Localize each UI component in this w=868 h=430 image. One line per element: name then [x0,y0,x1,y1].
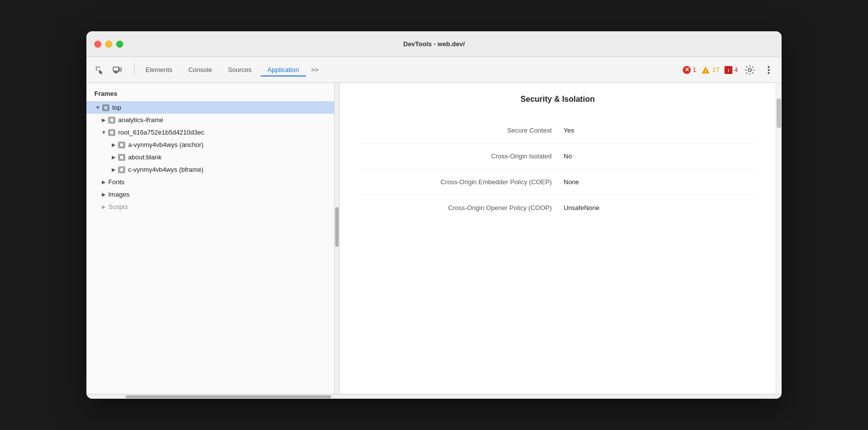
svg-text:!: ! [727,68,729,73]
title-bar: DevTools - web.dev/ [86,31,782,57]
svg-rect-30 [120,168,124,172]
svg-point-18 [768,72,770,74]
close-button[interactable] [94,41,101,48]
info-icon: ! [724,66,732,74]
warning-count: 17 [712,66,719,73]
frame-icon-top [102,104,109,111]
tree-item-top[interactable]: top [86,101,334,114]
settings-button[interactable] [743,63,757,77]
chevron-top [94,105,101,110]
toolbar-divider [134,63,135,77]
more-options-button[interactable] [762,63,776,77]
svg-point-16 [768,66,770,68]
info-row-coop: Cross-Origin Opener Policy (COOP) Unsafe… [360,195,756,220]
warning-icon: ! [701,66,710,74]
tree-label-analytics: analytics-iframe [118,116,163,124]
frame-icon-analytics [108,117,115,124]
error-badge[interactable]: ✕ 1 [683,66,696,74]
right-panel: Security & Isolation Secure Context Yes … [340,83,776,394]
svg-text:!: ! [705,69,707,73]
left-panel-scrollbar[interactable] [335,83,340,394]
cursor-tool-button[interactable] [92,63,106,77]
chevron-fonts [100,179,107,185]
tree-label-root: root_616a752e1b5d4210d3ec [118,129,205,136]
chevron-about-blank [110,154,117,160]
tree-item-fonts[interactable]: Fonts [86,176,334,188]
chevron-scripts [100,204,107,210]
info-badge[interactable]: ! 4 [724,66,738,74]
bottom-scrollbar[interactable] [86,394,782,399]
tree-label-images: Images [108,191,130,198]
svg-rect-4 [96,70,97,71]
right-scrollbar-thumb [777,98,781,128]
scrollbar-thumb [335,207,339,247]
svg-rect-2 [99,67,100,68]
device-tool-button[interactable] [110,63,124,77]
tab-elements[interactable]: Elements [139,63,179,76]
h-scrollbar-thumb [126,395,331,398]
chevron-root [100,130,107,135]
tree-item-about-blank[interactable]: about:blank [86,151,334,163]
info-row-cross-origin-isolated: Cross-Origin Isolated No [360,143,756,169]
toolbar: Elements Console Sources Application >> … [86,57,782,83]
minimize-button[interactable] [105,41,112,48]
tree-label-a-vynmy: a-vynmy4vb4wys (anchor) [128,141,204,148]
tree-label-fonts: Fonts [108,178,125,186]
svg-rect-24 [110,131,114,135]
tree-item-a-vynmy[interactable]: a-vynmy4vb4wys (anchor) [86,139,334,151]
toolbar-tool-icons [92,63,124,77]
tree-label-top: top [112,104,121,111]
window-title: DevTools - web.dev/ [403,40,465,48]
info-value-coop: UnsafeNone [564,204,756,212]
svg-rect-6 [119,68,121,71]
tree-label-c-vynmy: c-vynmy4vb4wys (bframe) [128,166,204,173]
tree-item-c-vynmy[interactable]: c-vynmy4vb4wys (bframe) [86,163,334,176]
svg-rect-28 [120,155,124,159]
main-content: Frames top [86,83,782,394]
tab-sources[interactable]: Sources [221,63,259,76]
info-value-coep: None [564,178,756,186]
frames-section-title: Frames [86,83,334,101]
chevron-images [100,192,107,197]
error-count: 1 [693,66,696,73]
devtools-window: DevTools - web.dev/ [86,31,782,399]
svg-rect-5 [113,67,119,71]
svg-rect-3 [96,68,97,69]
frame-icon-a-vynmy [118,142,125,148]
maximize-button[interactable] [116,41,123,48]
info-row-secure-context: Secure Context Yes [360,118,756,143]
svg-point-17 [768,69,770,71]
security-section-heading: Security & Isolation [360,95,756,104]
info-value-cross-origin-isolated: No [564,152,756,160]
tab-application[interactable]: Application [261,63,306,76]
svg-rect-20 [104,106,108,110]
tab-console[interactable]: Console [181,63,219,76]
tree-item-analytics-iframe[interactable]: analytics-iframe [86,114,334,126]
info-label-coep: Cross-Origin Embedder Policy (COEP) [360,178,564,186]
traffic-lights [94,41,123,48]
frame-icon-about-blank [118,154,125,161]
svg-rect-22 [110,118,114,122]
frame-icon-root [108,129,115,136]
tree-label-scripts: Scripts [108,203,128,211]
error-icon: ✕ [683,66,691,74]
chevron-a-vynmy [110,142,117,147]
info-count: 4 [734,66,738,73]
warning-badge[interactable]: ! 17 [701,66,719,74]
tree-item-scripts[interactable]: Scripts [86,201,334,213]
tree-item-root-frame[interactable]: root_616a752e1b5d4210d3ec [86,126,334,139]
left-panel: Frames top [86,83,335,394]
svg-rect-26 [120,143,124,147]
info-value-secure-context: Yes [564,127,756,134]
right-panel-scrollbar[interactable] [776,83,782,394]
info-label-coop: Cross-Origin Opener Policy (COOP) [360,204,564,212]
svg-rect-0 [96,67,97,68]
tree-label-about-blank: about:blank [128,153,161,161]
toolbar-right: ✕ 1 ! 17 ! 4 [683,63,776,77]
info-label-secure-context: Secure Context [360,127,564,134]
svg-rect-1 [97,67,98,68]
tab-more-button[interactable]: >> [308,64,321,75]
info-row-coep: Cross-Origin Embedder Policy (COEP) None [360,169,756,195]
tree-item-images[interactable]: Images [86,188,334,201]
svg-point-15 [748,69,751,72]
